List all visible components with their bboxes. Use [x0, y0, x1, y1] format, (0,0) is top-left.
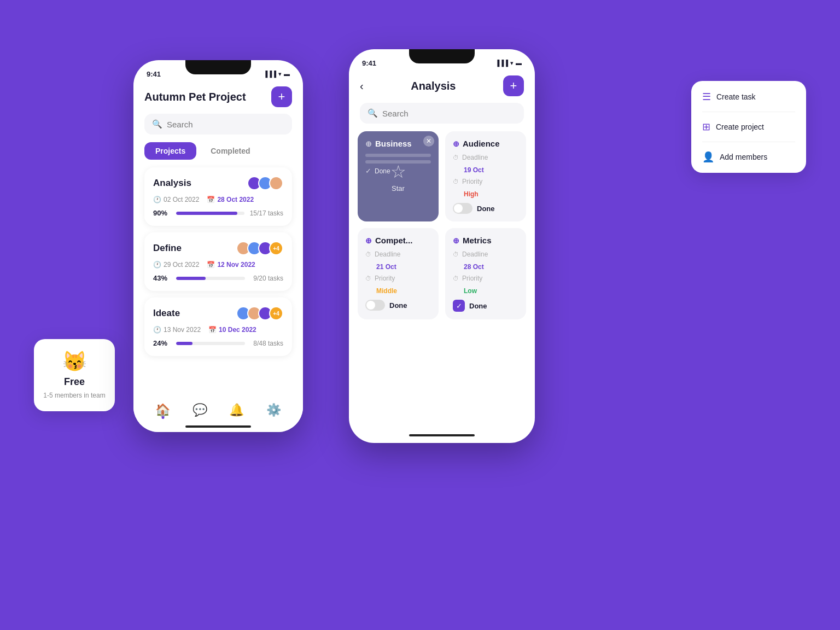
project-name-ideate: Ideate — [153, 308, 180, 319]
create-project-label: Create project — [716, 122, 764, 131]
action-divider-2 — [702, 142, 795, 142]
progress-fill-analysis — [176, 212, 237, 215]
task-icon-audience: ⊕ — [453, 139, 459, 148]
start-date-analysis: 🕐 02 Oct 2022 — [153, 196, 199, 203]
priority-icon-m: ⏱ — [453, 275, 459, 282]
task-card-audience[interactable]: ⊕ Audience ⏱ Deadline 19 Oct ⏱ Priority … — [445, 131, 526, 221]
progress-pct-define: 43% — [153, 274, 171, 282]
deadline-icon-3: 📅 — [208, 326, 217, 334]
free-plan-emoji: 😽 — [62, 350, 87, 373]
nav-home[interactable]: 🏠 — [152, 399, 174, 421]
phone1-tabs: Projects Completed — [133, 142, 303, 167]
progress-bar-ideate — [176, 342, 245, 345]
progress-fill-ideate — [176, 342, 192, 345]
tasks-count-ideate: 8/48 tasks — [250, 340, 283, 347]
add-members-label: Add members — [720, 153, 767, 161]
search-input-1[interactable] — [167, 120, 284, 129]
star-overlay: ☆ Star — [390, 161, 406, 192]
calendar-icon-3: 🕐 — [153, 326, 161, 334]
tasks-count-define: 9/20 tasks — [250, 275, 283, 282]
add-members-item[interactable]: 👤 Add members — [702, 151, 795, 163]
phone2-header: ‹ Analysis + — [349, 71, 535, 103]
priority-icon-a: ⏱ — [453, 178, 459, 185]
start-date-define: 🕐 29 Oct 2022 — [153, 261, 199, 269]
end-date-define: 📅 12 Nov 2022 — [207, 261, 255, 269]
task-card-business[interactable]: ✕ ⊕ Business ✓ Done ☆ Star — [358, 131, 439, 221]
nav-settings[interactable]: ⚙️ — [262, 399, 284, 421]
action-divider-1 — [702, 112, 795, 112]
avatar-count-ideate: +4 — [269, 306, 283, 320]
project-card-ideate[interactable]: Ideate +4 🕐 13 Nov 2022 📅 10 Dec 2022 24… — [144, 298, 292, 356]
signal-icon-2: ▐▐▐ — [495, 60, 508, 66]
tasks-count-analysis: 15/17 tasks — [250, 209, 283, 217]
back-button[interactable]: ‹ — [360, 80, 364, 92]
audience-done-label: Done — [477, 205, 495, 213]
audience-deadline-value: 19 Oct — [464, 166, 484, 174]
tab-completed[interactable]: Completed — [200, 142, 261, 160]
create-project-item[interactable]: ⊞ Create project — [702, 121, 795, 133]
project-card-define[interactable]: Define +4 🕐 29 Oct 2022 📅 12 Nov 2022 43… — [144, 232, 292, 291]
search-icon-1: 🔍 — [152, 119, 162, 129]
project-card-analysis[interactable]: Analysis 🕐 02 Oct 2022 📅 28 Oct 2022 90%… — [144, 167, 292, 226]
compet-priority-field: ⏱ Priority — [365, 275, 431, 282]
metrics-done-check[interactable]: ✓ — [453, 300, 465, 312]
toggle-knob-c — [366, 301, 375, 310]
free-plan-name: Free — [64, 376, 85, 388]
battery-icon-2: ▬ — [516, 60, 522, 66]
end-date-analysis: 📅 28 Oct 2022 — [207, 196, 254, 203]
phone1-add-button[interactable]: + — [271, 86, 292, 107]
audience-priority-field: ⏱ Priority — [453, 178, 518, 185]
task-icon-metrics: ⊕ — [453, 236, 459, 245]
compet-done-toggle[interactable] — [365, 300, 385, 311]
compet-done-row: Done — [365, 300, 431, 311]
nav-messages[interactable]: 💬 — [189, 399, 211, 421]
task-card-metrics[interactable]: ⊕ Metrics ⏱ Deadline 28 Oct ⏱ Priority L… — [445, 228, 526, 319]
progress-bar-define — [176, 277, 245, 280]
tab-projects[interactable]: Projects — [144, 142, 196, 160]
notch1 — [185, 60, 251, 74]
home-indicator-2 — [409, 434, 475, 436]
create-project-icon: ⊞ — [702, 121, 710, 133]
signal-icon: ▐▐▐ — [264, 71, 276, 77]
avatars-define: +4 — [236, 241, 283, 255]
business-title: ⊕ Business — [365, 139, 431, 148]
audience-done-toggle[interactable] — [453, 203, 472, 214]
avatar-count-define: +4 — [269, 241, 283, 255]
battery-icon: ▬ — [284, 71, 290, 77]
phone2-search-bar[interactable]: 🔍 — [360, 103, 524, 124]
progress-fill-define — [176, 277, 206, 280]
wifi-icon: ▾ — [278, 71, 282, 78]
create-task-label: Create task — [716, 92, 756, 101]
task-icon-business: ⊕ — [365, 139, 372, 148]
nav-dot — [161, 416, 164, 419]
compet-deadline-value: 21 Oct — [376, 263, 396, 271]
calendar-icon-1: 🕐 — [153, 196, 161, 203]
status-time-1: 9:41 — [147, 70, 161, 78]
phone1-title: Autumn Pet Project — [144, 91, 246, 103]
clock-icon-c: ⏱ — [365, 251, 371, 258]
phone1-search-bar[interactable]: 🔍 — [144, 114, 292, 135]
phone2-add-button[interactable]: + — [503, 75, 524, 96]
audience-deadline-field: ⏱ Deadline — [453, 154, 518, 161]
status-time-2: 9:41 — [362, 59, 376, 67]
close-business-button[interactable]: ✕ — [423, 136, 434, 147]
nav-notifications[interactable]: 🔔 — [226, 399, 248, 421]
metrics-priority-value: Low — [464, 287, 477, 295]
avatar-3 — [269, 176, 283, 190]
progress-pct-analysis: 90% — [153, 209, 171, 217]
task-card-compet[interactable]: ⊕ Compet... ⏱ Deadline 21 Oct ⏱ Priority… — [358, 228, 439, 319]
project-name-define: Define — [153, 243, 182, 254]
business-deadline-bar — [365, 154, 431, 157]
audience-title: ⊕ Audience — [453, 139, 518, 148]
metrics-done-label: Done — [469, 302, 487, 310]
phone2: 9:41 ▐▐▐ ▾ ▬ ‹ Analysis + 🔍 ✕ ⊕ Business… — [349, 49, 535, 443]
home-indicator-1 — [185, 425, 251, 428]
end-date-ideate: 📅 10 Dec 2022 — [208, 326, 256, 334]
create-task-item[interactable]: ☰ Create task — [702, 91, 795, 103]
action-card: ☰ Create task ⊞ Create project 👤 Add mem… — [691, 81, 806, 173]
metrics-deadline-value: 28 Oct — [464, 263, 484, 271]
deadline-icon-1: 📅 — [207, 196, 215, 203]
search-input-2[interactable] — [382, 109, 516, 118]
metrics-title: ⊕ Metrics — [453, 236, 518, 245]
progress-pct-ideate: 24% — [153, 339, 171, 347]
